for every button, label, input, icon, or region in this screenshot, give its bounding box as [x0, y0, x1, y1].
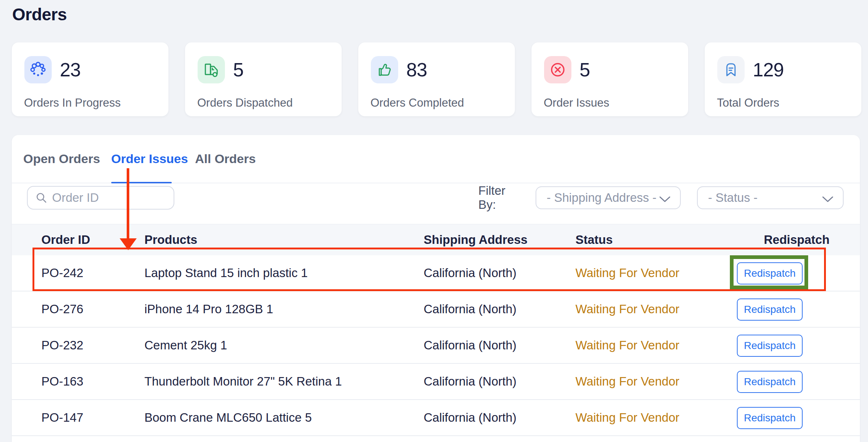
orders-panel: Open Orders Order Issues All Orders Filt… [12, 135, 860, 442]
column-header-redispatch: Redispatch [764, 224, 830, 255]
tab-all-orders[interactable]: All Orders [195, 135, 256, 183]
stat-label: Order Issues [544, 96, 609, 110]
redispatch-button[interactable]: Redispatch [737, 298, 803, 321]
stat-card-orders-dispatched: 5 Orders Dispatched [185, 42, 342, 116]
table-body: PO-242 Laptop Stand 15 inch plastic 1 Ca… [12, 255, 860, 436]
stat-value: 5 [580, 56, 590, 83]
bookmark-icon [717, 56, 745, 83]
redispatch-button[interactable]: Redispatch [737, 262, 803, 284]
table-header: Order ID Products Shipping Address Statu… [12, 224, 860, 255]
shipping-address-dropdown-value: - Shipping Address - [547, 191, 656, 205]
cell-status: Waiting For Vendor [575, 291, 679, 327]
cell-shipping-address: California (North) [424, 400, 516, 435]
column-header-products: Products [144, 224, 197, 255]
redispatch-button[interactable]: Redispatch [737, 335, 803, 357]
cell-status: Waiting For Vendor [575, 364, 679, 399]
spinner-icon [24, 56, 52, 83]
cell-products: Laptop Stand 15 inch plastic 1 [144, 255, 308, 291]
shipping-address-dropdown[interactable]: - Shipping Address - [536, 186, 681, 209]
stat-label: Orders In Progress [24, 96, 121, 110]
stat-card-orders-completed: 83 Orders Completed [358, 42, 515, 116]
x-circle-icon [544, 56, 571, 83]
table-row: PO-163 Thunderbolt Monitor 27" 5K Retina… [12, 364, 860, 400]
cell-order-id: PO-276 [41, 291, 83, 327]
cell-shipping-address: California (North) [424, 364, 516, 399]
stat-label: Total Orders [717, 96, 779, 110]
cell-products: Cement 25kg 1 [144, 328, 227, 363]
cell-order-id: PO-147 [41, 400, 83, 435]
redispatch-button[interactable]: Redispatch [737, 407, 803, 429]
page-title: Orders [12, 4, 67, 24]
cell-shipping-address: California (North) [424, 328, 516, 363]
filter-by-label: Filter By: [478, 186, 526, 210]
cell-status: Waiting For Vendor [575, 255, 679, 291]
column-header-status: Status [575, 224, 613, 255]
active-tab-underline [111, 182, 172, 183]
table-row: PO-242 Laptop Stand 15 inch plastic 1 Ca… [12, 255, 860, 291]
cell-products: Boom Crane MLC650 Lattice 5 [144, 400, 312, 435]
status-dropdown-value: - Status - [708, 191, 758, 205]
stat-value: 129 [753, 56, 784, 83]
column-header-order-id: Order ID [41, 224, 90, 255]
stat-label: Orders Dispatched [197, 96, 293, 110]
column-header-shipping: Shipping Address [424, 224, 527, 255]
cell-shipping-address: California (North) [424, 291, 516, 327]
table-row: PO-147 Boom Crane MLC650 Lattice 5 Calif… [12, 400, 860, 436]
stat-cards: 23 Orders In Progress 5 Orders Dispatche… [0, 42, 868, 116]
cell-shipping-address: California (North) [424, 255, 516, 291]
order-id-search [27, 186, 174, 210]
cell-status: Waiting For Vendor [575, 400, 679, 435]
stat-value: 5 [233, 56, 243, 83]
table-row: PO-232 Cement 25kg 1 California (North) … [12, 328, 860, 364]
cell-order-id: PO-163 [41, 364, 83, 399]
stat-value: 23 [60, 56, 81, 83]
stat-card-orders-in-progress: 23 Orders In Progress [12, 42, 168, 116]
stat-card-order-issues: 5 Order Issues [532, 42, 688, 116]
cell-order-id: PO-232 [41, 328, 83, 363]
thumbs-up-icon [371, 56, 398, 83]
table-row: PO-276 iPhone 14 Pro 128GB 1 California … [12, 291, 860, 328]
chevron-down-icon [659, 196, 670, 203]
search-icon [36, 192, 47, 203]
stat-value: 83 [406, 56, 427, 83]
cell-order-id: PO-242 [41, 255, 83, 291]
cell-products: iPhone 14 Pro 128GB 1 [144, 291, 273, 327]
cell-products: Thunderbolt Monitor 27" 5K Retina 1 [144, 364, 342, 399]
chevron-down-icon [822, 196, 833, 203]
redispatch-button[interactable]: Redispatch [737, 371, 803, 393]
truck-icon [198, 56, 225, 83]
cell-status: Waiting For Vendor [575, 328, 679, 363]
search-input[interactable] [27, 186, 174, 210]
stat-label: Orders Completed [370, 96, 464, 110]
stat-card-total-orders: 129 Total Orders [705, 42, 861, 116]
status-dropdown[interactable]: - Status - [697, 186, 844, 209]
tab-open-orders[interactable]: Open Orders [23, 135, 100, 183]
tab-order-issues[interactable]: Order Issues [111, 135, 188, 183]
